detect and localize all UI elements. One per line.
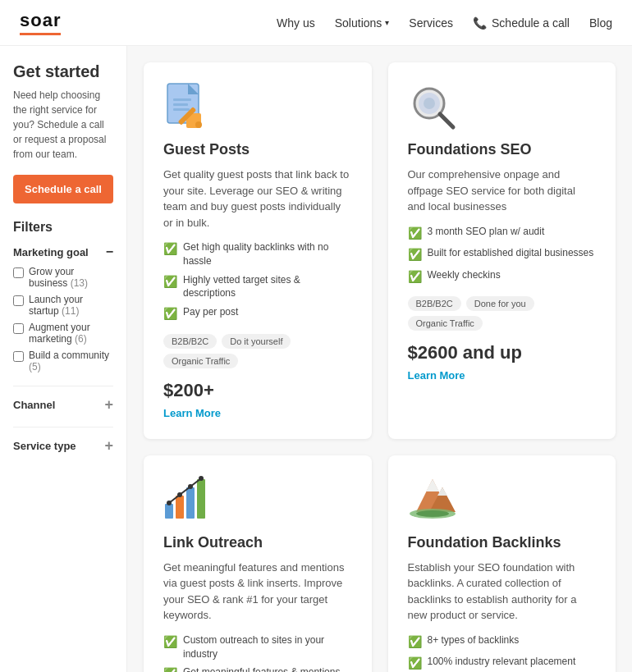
nav-why-us[interactable]: Why us <box>277 16 315 30</box>
filter-item: Grow your business (13) <box>13 266 113 289</box>
card-features: ✅ 3 month SEO plan w/ audit ✅ Built for … <box>408 225 597 286</box>
feature-item: ✅ Highly vetted target sites & descripti… <box>163 273 352 301</box>
tag: Organic Traffic <box>408 316 483 331</box>
tag: B2B/B2C <box>163 334 217 349</box>
svg-point-18 <box>188 484 193 489</box>
card-title: Foundation Backlinks <box>408 534 597 551</box>
nav-blog[interactable]: Blog <box>589 16 612 30</box>
filter-divider-2 <box>13 427 113 427</box>
filter-label: Build a community (5) <box>29 350 113 373</box>
filter-label: Augment your marketing (6) <box>29 322 113 345</box>
nav-services[interactable]: Services <box>409 16 453 30</box>
card-price: $2600 and up <box>408 342 597 363</box>
card-foundation-backlinks: Foundation Backlinks Establish your SEO … <box>388 455 616 672</box>
filter-count: (13) <box>71 277 88 289</box>
collapse-icon: − <box>106 245 113 259</box>
card-tags: B2B/B2CDone for youOrganic Traffic <box>408 296 597 331</box>
tag: Do it yourself <box>222 334 291 349</box>
marketing-options-list: Grow your business (13) Launch your star… <box>13 266 113 373</box>
chevron-down-icon: ▾ <box>385 18 389 27</box>
service-type-header[interactable]: Service type + <box>13 437 113 455</box>
card-features: ✅ Custom outreach to sites in your indus… <box>163 633 352 672</box>
card-icon-search <box>408 82 457 131</box>
feature-text: Get high quality backlinks with no hassl… <box>183 240 352 268</box>
sidebar-description: Need help choosing the right service for… <box>13 88 113 162</box>
sidebar: Get started Need help choosing the right… <box>0 46 127 672</box>
filter-checkbox[interactable] <box>13 323 24 334</box>
marketing-goal-filter: Marketing goal − Grow your business (13)… <box>13 245 113 373</box>
svg-point-11 <box>424 98 435 109</box>
learn-more-link[interactable]: Learn More <box>163 407 221 419</box>
filter-label: Launch your startup (11) <box>29 294 113 317</box>
filter-divider-1 <box>13 386 113 386</box>
logo-underline <box>20 33 61 35</box>
marketing-goal-header[interactable]: Marketing goal − <box>13 245 113 259</box>
check-icon: ✅ <box>163 634 177 651</box>
card-title: Foundations SEO <box>408 141 597 158</box>
filter-count: (5) <box>29 361 41 373</box>
feature-text: Highly vetted target sites & description… <box>183 273 352 301</box>
card-icon-document <box>163 82 213 131</box>
phone-icon: 📞 <box>473 16 487 30</box>
card-foundations-seo: Foundations SEO Our comprehensive onpage… <box>388 62 616 439</box>
feature-item: ✅ Get high quality backlinks with no has… <box>163 240 352 268</box>
card-icon-chart <box>163 475 213 524</box>
card-tags: B2B/B2CDo it yourselfOrganic Traffic <box>163 334 352 368</box>
nav-schedule-call[interactable]: 📞 Schedule a call <box>473 16 570 30</box>
filter-checkbox[interactable] <box>13 351 24 362</box>
feature-item: ✅ Get meaningful features & mentions <box>163 665 352 672</box>
check-icon: ✅ <box>408 634 422 651</box>
filter-label: Grow your business (13) <box>29 266 113 289</box>
check-icon: ✅ <box>163 306 177 322</box>
svg-rect-13 <box>176 496 184 519</box>
svg-rect-4 <box>173 108 190 111</box>
filter-item: Build a community (5) <box>13 350 113 373</box>
nav: Why us Solutions ▾ Services 📞 Schedule a… <box>277 16 612 30</box>
filter-checkbox[interactable] <box>13 295 24 306</box>
schedule-call-button[interactable]: Schedule a call <box>13 175 113 203</box>
filter-count: (11) <box>62 305 79 317</box>
learn-more-link[interactable]: Learn More <box>408 369 465 382</box>
card-features: ✅ Get high quality backlinks with no has… <box>163 240 352 322</box>
filters-title: Filters <box>13 220 113 235</box>
channel-filter: Channel + <box>13 396 113 414</box>
svg-point-25 <box>416 510 449 517</box>
svg-line-10 <box>440 114 453 127</box>
channel-header[interactable]: Channel + <box>13 396 113 414</box>
feature-text: Custom outreach to sites in your industr… <box>183 633 352 661</box>
cards-grid: Guest Posts Get quality guest posts that… <box>144 62 616 672</box>
card-description: Get quality guest posts that link back t… <box>163 167 352 231</box>
filter-item: Launch your startup (11) <box>13 294 113 317</box>
svg-point-7 <box>195 121 202 128</box>
check-icon: ✅ <box>163 666 177 672</box>
feature-item: ✅ 3 month SEO plan w/ audit <box>408 225 597 242</box>
nav-solutions[interactable]: Solutions ▾ <box>335 16 390 30</box>
card-features: ✅ 8+ types of backlinks ✅ 100% industry … <box>408 633 597 672</box>
filter-checkbox[interactable] <box>13 267 24 278</box>
svg-rect-14 <box>186 487 195 519</box>
feature-item: ✅ Weekly checkins <box>408 268 597 286</box>
tag: Organic Traffic <box>163 354 238 368</box>
logo: soar <box>20 10 61 35</box>
feature-text: 8+ types of backlinks <box>428 633 520 647</box>
card-description: Our comprehensive onpage and offpage SEO… <box>408 167 597 215</box>
service-type-expand-icon: + <box>104 437 113 455</box>
card-price: $200+ <box>163 380 352 401</box>
check-icon: ✅ <box>408 247 422 263</box>
check-icon: ✅ <box>163 274 177 290</box>
expand-icon: + <box>104 396 113 414</box>
check-icon: ✅ <box>408 269 422 286</box>
feature-item: ✅ Pay per post <box>163 305 352 322</box>
svg-rect-3 <box>173 103 188 106</box>
svg-point-16 <box>167 501 172 505</box>
card-icon-mountain <box>408 475 457 524</box>
feature-text: 100% industry relevant placement <box>428 655 576 669</box>
feature-item: ✅ Built for established digital business… <box>408 246 597 263</box>
card-description: Get meaningful features and mentions via… <box>163 560 352 624</box>
svg-rect-15 <box>197 479 205 519</box>
card-link-outreach: Link Outreach Get meaningful features an… <box>144 455 372 672</box>
header: soar Why us Solutions ▾ Services 📞 Sched… <box>0 0 632 46</box>
check-icon: ✅ <box>408 226 422 242</box>
tag: B2B/B2C <box>408 296 461 311</box>
filter-count: (6) <box>75 333 87 345</box>
